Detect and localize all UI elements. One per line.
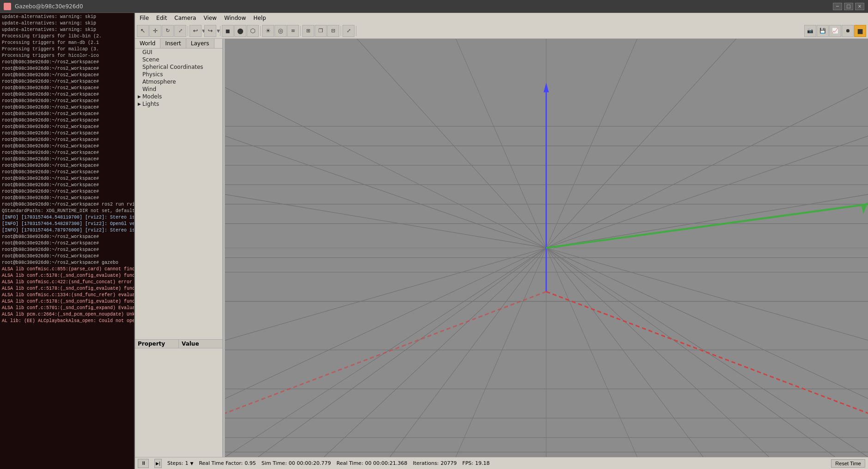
terminal-line: root@b98c30e926d0:~/ros2_workspace# [2, 117, 132, 124]
align-button[interactable]: ⊟ [327, 25, 339, 37]
world-tree-item[interactable]: ▶Lights [135, 100, 222, 108]
tree-item-label: Lights [142, 101, 159, 107]
sim-time-indicator: Sim Time: 00 00:00:20.779 [262, 460, 331, 466]
steps-dropdown[interactable]: ▼ [190, 461, 193, 466]
rtf-value: 0.95 [245, 460, 256, 466]
iterations-value: 20779 [440, 460, 457, 466]
terminal-line: [INFO] [1703157464.787976000] [rviz2]: S… [2, 227, 132, 234]
terminal-line: root@b98c30e926d0:~/ros2_workspace# [2, 234, 132, 240]
status-bar: ⏸ ▶| Steps: 1 ▼ Real Time Factor: 0.95 S… [135, 457, 868, 469]
world-tree-item[interactable]: Wind [135, 85, 222, 93]
point-light-button[interactable]: ☀ [262, 25, 274, 37]
cylinder-shape-button[interactable]: ⬡ [247, 25, 259, 37]
screenshot-button[interactable]: 📷 [804, 25, 816, 37]
terminal-line: root@b98c30e926d0:~/ros2_workspace# [2, 137, 132, 143]
menu-camera[interactable]: Camera [171, 14, 200, 22]
app-root: Gazebo@b98c30e926d0 − □ × update-alterna… [0, 0, 868, 469]
plot-button[interactable]: 📈 [829, 25, 841, 37]
fps-value: 19.18 [475, 460, 490, 466]
terminal-line: AL lib: (EE) ALCplaybackAlsa_open: Could… [2, 318, 132, 324]
maximize-button[interactable]: □ [844, 3, 853, 10]
terminal-line: root@b98c30e926d0:~/ros2_workspace# [2, 85, 132, 91]
toolbar-sep-5 [341, 26, 341, 36]
redo-button[interactable]: ↪ [204, 25, 216, 37]
copy-button[interactable]: ❐ [315, 25, 327, 37]
redo-dropdown[interactable]: ▼ [217, 29, 219, 33]
directional-light-button[interactable]: ≡ [287, 25, 299, 37]
close-button[interactable]: × [855, 3, 864, 10]
value-col-header: Value [179, 340, 222, 348]
world-tree-item[interactable]: GUI [135, 49, 222, 56]
scale-tool-button[interactable]: ⤢ [174, 25, 186, 37]
terminal[interactable]: update-alternatives: warning: skipupdate… [0, 13, 134, 469]
tab-insert[interactable]: Insert [160, 39, 186, 48]
terminal-line: root@b98c30e926d0:~/ros2_workspace# [2, 150, 132, 156]
window-controls: − □ × [833, 3, 864, 10]
tab-layers[interactable]: Layers [186, 39, 214, 48]
gazebo-body: World Insert Layers GUISceneSpherical Co… [135, 39, 868, 457]
terminal-line: ALSA lib confmisc.c:1334:(snd_func_refer… [2, 292, 132, 298]
tree-item-label: Wind [142, 86, 156, 92]
box-shape-button[interactable]: ▪ [222, 25, 234, 37]
rotate-tool-button[interactable]: ↻ [162, 25, 174, 37]
real-time-label: Real Time: [336, 460, 363, 466]
main-area: update-alternatives: warning: skipupdate… [0, 13, 868, 469]
undo-button[interactable]: ↩ [189, 25, 202, 37]
terminal-line: root@b98c30e926d0:~/ros2_workspace# [2, 91, 132, 98]
terminal-line: Processing triggers for libc-bin (2. [2, 33, 132, 40]
reset-time-button[interactable]: Reset Time [831, 459, 865, 468]
world-tree-item[interactable]: Spherical Coordinates [135, 63, 222, 71]
steps-label: Steps: [167, 460, 183, 466]
undo-dropdown[interactable]: ▼ [202, 29, 204, 33]
snap-button[interactable]: ⊞ [302, 25, 314, 37]
pause-button[interactable]: ⏸ [138, 459, 149, 468]
tree-item-label: Atmosphere [142, 79, 176, 85]
terminal-line: root@b98c30e926d0:~/ros2_workspace# [2, 124, 132, 130]
3d-viewport[interactable] [225, 39, 868, 457]
world-tree-item[interactable]: Atmosphere [135, 78, 222, 85]
record-button[interactable]: ⏺ [842, 25, 854, 37]
terminal-line: update-alternatives: warning: skip [2, 27, 132, 33]
select-tool-button[interactable]: ↖ [137, 25, 149, 37]
terminal-line: ALSA lib conf.c:5178:(_snd_config_evalua… [2, 298, 132, 305]
spot-light-button[interactable]: ◎ [275, 25, 287, 37]
expand-button[interactable]: ⤢ [342, 25, 355, 37]
viewport-svg [225, 39, 868, 457]
terminal-line: root@b98c30e926d0:~/ros2_workspace# [2, 143, 132, 150]
indicator-button[interactable]: ■ [854, 25, 866, 37]
menu-edit[interactable]: Edit [153, 14, 171, 22]
menu-file[interactable]: File [136, 14, 153, 22]
property-col-header: Property [135, 340, 178, 348]
terminal-line: Processing triggers for man-db (2.1 [2, 40, 132, 46]
step-button[interactable]: ▶| [154, 459, 162, 468]
menu-window[interactable]: Window [220, 14, 250, 22]
world-tree-item[interactable]: Scene [135, 56, 222, 63]
terminal-line: root@b98c30e926d0:~/ros2_workspace# [2, 104, 132, 111]
tree-arrow-icon: ▶ [138, 94, 142, 99]
tab-world[interactable]: World [135, 39, 160, 48]
tree-item-label: Physics [142, 71, 163, 78]
world-tree-item[interactable]: ▶Models [135, 93, 222, 100]
save-view-button[interactable]: 💾 [817, 25, 829, 37]
sim-time-label: Sim Time: [262, 460, 287, 466]
menu-view[interactable]: View [200, 14, 220, 22]
terminal-line: root@b98c30e926d0:~/ros2_workspace# [2, 98, 132, 104]
terminal-line: ALSA lib conf.c:5701:(_snd_config_expand… [2, 305, 132, 311]
sphere-shape-button[interactable]: ● [234, 25, 246, 37]
toolbar-sep-2 [220, 26, 220, 36]
menu-help[interactable]: Help [250, 14, 269, 22]
rtf-indicator: Real Time Factor: 0.95 [199, 460, 256, 466]
left-panel: World Insert Layers GUISceneSpherical Co… [135, 39, 223, 457]
translate-tool-button[interactable]: ✛ [149, 25, 161, 37]
toolbar-sep-1 [188, 26, 188, 36]
world-tabs: World Insert Layers [135, 39, 222, 49]
steps-indicator: Steps: 1 ▼ [167, 460, 193, 466]
terminal-line: ALSA lib pcm.c:2664:(_snd_pcm_open_noupd… [2, 311, 132, 318]
real-time-value: 00 00:00:21.368 [365, 460, 407, 466]
titlebar: Gazebo@b98c30e926d0 − □ × [0, 0, 868, 13]
minimize-button[interactable]: − [833, 3, 842, 10]
world-tree-item[interactable]: Physics [135, 71, 222, 78]
terminal-line: root@b98c30e926d0:~/ros2_workspace# [2, 72, 132, 79]
real-time-indicator: Real Time: 00 00:00:21.368 [336, 460, 407, 466]
terminal-line: root@b98c30e926d0:~/ros2_workspace# ros2… [2, 201, 132, 208]
